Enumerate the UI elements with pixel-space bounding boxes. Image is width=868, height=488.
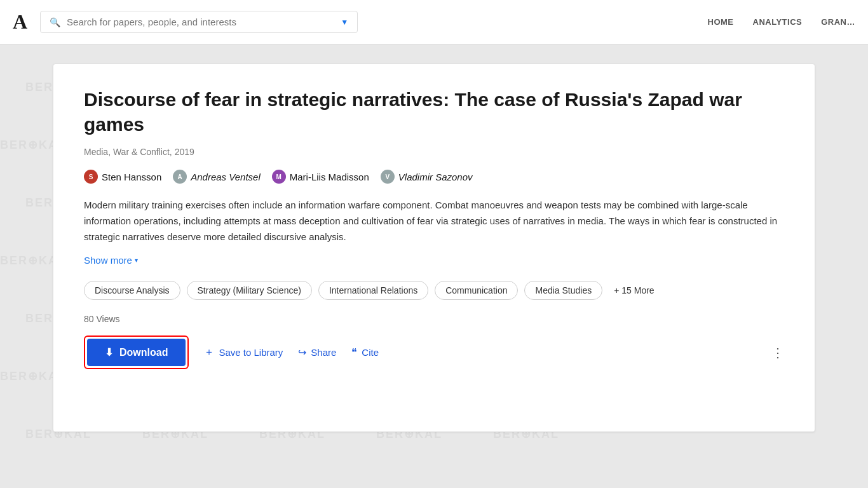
tag-communication[interactable]: Communication	[435, 281, 518, 300]
search-input[interactable]	[67, 17, 336, 27]
author-name-4[interactable]: Vladimir Sazonov	[398, 172, 473, 182]
paper-card: Discourse of fear in strategic narrative…	[53, 64, 815, 432]
author-avatar-2: A	[173, 170, 187, 184]
search-bar[interactable]: 🔍 ▼	[40, 11, 358, 33]
logo: A	[13, 10, 27, 34]
author-4: V Vladimir Sazonov	[381, 170, 473, 184]
save-to-library-button[interactable]: ＋ Save to Library	[204, 346, 283, 359]
download-icon: ⬇	[105, 346, 113, 358]
tags-more[interactable]: + 15 More	[609, 281, 659, 300]
search-icon: 🔍	[50, 17, 60, 27]
author-3: M Mari-Liis Madisson	[272, 170, 369, 184]
author-avatar-1: S	[84, 170, 98, 184]
download-label: Download	[119, 347, 168, 358]
paper-abstract: Modern military training exercises often…	[84, 198, 784, 245]
save-label: Save to Library	[219, 347, 283, 358]
author-name-1[interactable]: Sten Hansson	[102, 172, 161, 182]
tag-strategy[interactable]: Strategy (Military Science)	[187, 281, 312, 300]
author-avatar-3: M	[272, 170, 286, 184]
save-icon: ＋	[204, 346, 214, 359]
download-highlight-box: ⬇ Download	[84, 336, 189, 369]
nav-home[interactable]: HOME	[708, 17, 734, 27]
share-label: Share	[311, 347, 336, 358]
share-icon: ↪	[298, 346, 306, 358]
show-more-arrow-icon: ▾	[135, 257, 138, 264]
cite-icon: ❝	[351, 346, 357, 358]
show-more-button[interactable]: Show more ▾	[84, 255, 784, 266]
cite-button[interactable]: ❝ Cite	[351, 346, 379, 358]
nav-grants[interactable]: GRAN…	[821, 17, 855, 27]
tags-list: Discourse Analysis Strategy (Military Sc…	[84, 281, 784, 300]
nav-links: HOME ANALYTICS GRAN…	[708, 17, 855, 27]
authors-list: S Sten Hansson A Andreas Ventsel M Mari-…	[84, 170, 784, 184]
paper-title: Discourse of fear in strategic narrative…	[84, 87, 784, 137]
author-name-3[interactable]: Mari-Liis Madisson	[290, 172, 369, 182]
author-name-2[interactable]: Andreas Ventsel	[191, 172, 261, 182]
download-button[interactable]: ⬇ Download	[87, 339, 186, 366]
show-more-label: Show more	[84, 255, 132, 266]
tag-discourse-analysis[interactable]: Discourse Analysis	[84, 281, 180, 300]
views-count: 80 Views	[84, 314, 784, 324]
main-wrapper: Discourse of fear in strategic narrative…	[0, 44, 868, 451]
author-avatar-4: V	[381, 170, 395, 184]
share-button[interactable]: ↪ Share	[298, 346, 336, 358]
nav-analytics[interactable]: ANALYTICS	[753, 17, 803, 27]
search-dropdown-arrow[interactable]: ▼	[341, 18, 348, 27]
tag-international-relations[interactable]: International Relations	[318, 281, 428, 300]
cite-label: Cite	[362, 347, 379, 358]
author-2: A Andreas Ventsel	[173, 170, 261, 184]
more-options-button[interactable]: ⋮	[771, 345, 784, 360]
tag-media-studies[interactable]: Media Studies	[524, 281, 602, 300]
actions-bar: ⬇ Download ＋ Save to Library ↪ Share ❝ C…	[84, 336, 784, 369]
paper-journal: Media, War & Conflict, 2019	[84, 147, 784, 157]
author-1: S Sten Hansson	[84, 170, 161, 184]
header: A 🔍 ▼ HOME ANALYTICS GRAN…	[0, 0, 868, 44]
